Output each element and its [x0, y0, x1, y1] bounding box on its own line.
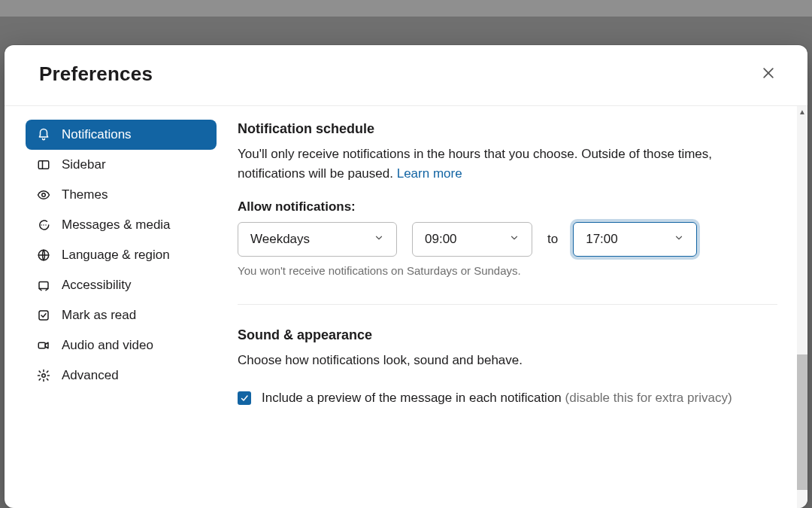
preferences-modal: Preferences Notifications: [5, 45, 807, 508]
schedule-description: You'll only receive notifications in the…: [238, 144, 777, 184]
sidebar-item-mark-as-read[interactable]: Mark as read: [26, 300, 217, 330]
days-select[interactable]: Weekdays: [238, 222, 397, 257]
sound-title: Sound & appearance: [238, 327, 777, 343]
sidebar: Notifications Sidebar Themes: [5, 106, 230, 508]
sidebar-item-label: Mark as read: [62, 308, 136, 323]
content-wrap: Notification schedule You'll only receiv…: [230, 106, 807, 508]
close-button[interactable]: [755, 60, 782, 87]
check-square-icon: [36, 308, 51, 323]
sidebar-item-label: Accessibility: [62, 278, 132, 293]
svg-rect-2: [38, 161, 49, 169]
end-time-value: 17:00: [586, 232, 618, 247]
globe-icon: [36, 248, 51, 263]
sidebar-item-audio-video[interactable]: Audio and video: [26, 330, 217, 360]
svg-rect-8: [38, 342, 45, 348]
scrollbar-track[interactable]: ▲: [797, 106, 807, 508]
eye-icon: [36, 187, 51, 202]
preview-label-text: Include a preview of the message in each…: [262, 391, 565, 405]
close-icon: [761, 65, 776, 83]
days-select-value: Weekdays: [250, 232, 310, 247]
start-time-value: 09:00: [425, 232, 457, 247]
accessibility-icon: [36, 278, 51, 293]
scrollbar-thumb[interactable]: [797, 354, 807, 490]
scrollbar-up-arrow[interactable]: ▲: [797, 106, 807, 117]
svg-rect-6: [39, 282, 48, 289]
chat-icon: [36, 217, 51, 233]
panel-icon: [36, 157, 51, 172]
end-time-select[interactable]: 17:00: [573, 222, 697, 257]
schedule-description-text: You'll only receive notifications in the…: [238, 147, 712, 181]
allow-notifications-label: Allow notifications:: [238, 199, 777, 214]
to-label: to: [547, 232, 558, 247]
modal-header: Preferences: [5, 45, 807, 106]
gear-icon: [36, 368, 51, 383]
sidebar-item-label: Sidebar: [62, 157, 106, 172]
start-time-select[interactable]: 09:00: [412, 222, 532, 257]
bell-icon: [36, 127, 51, 142]
modal-body: Notifications Sidebar Themes: [5, 106, 807, 508]
sidebar-item-label: Language & region: [62, 248, 170, 263]
sidebar-item-accessibility[interactable]: Accessibility: [26, 270, 217, 300]
preview-label-hint: (disable this for extra privacy): [565, 391, 732, 405]
camera-icon: [36, 338, 51, 353]
divider: [238, 304, 777, 305]
preview-checkbox[interactable]: [238, 391, 251, 405]
chevron-down-icon: [374, 232, 384, 247]
sidebar-item-label: Notifications: [62, 127, 132, 142]
sidebar-item-messages-media[interactable]: Messages & media: [26, 210, 217, 240]
sidebar-item-advanced[interactable]: Advanced: [26, 360, 217, 391]
sidebar-item-label: Messages & media: [62, 217, 171, 233]
sidebar-item-language-region[interactable]: Language & region: [26, 240, 217, 270]
sound-description: Choose how notifications look, sound and…: [238, 351, 777, 370]
sidebar-item-label: Themes: [62, 187, 108, 202]
svg-point-4: [42, 193, 46, 197]
sidebar-item-sidebar[interactable]: Sidebar: [26, 150, 217, 180]
preview-label[interactable]: Include a preview of the message in each…: [262, 388, 732, 408]
weekday-note: You won't receive notifications on Satur…: [238, 264, 777, 277]
overlay: Preferences Notifications: [0, 0, 812, 508]
sidebar-item-notifications[interactable]: Notifications: [26, 120, 217, 150]
modal-title: Preferences: [39, 62, 153, 86]
schedule-title: Notification schedule: [238, 121, 777, 137]
content-scroll[interactable]: Notification schedule You'll only receiv…: [230, 106, 807, 508]
sidebar-item-label: Audio and video: [62, 338, 153, 353]
chevron-down-icon: [509, 232, 520, 247]
preview-checkbox-row: Include a preview of the message in each…: [238, 388, 777, 408]
learn-more-link[interactable]: Learn more: [397, 166, 462, 181]
svg-point-9: [42, 374, 46, 378]
sidebar-item-label: Advanced: [62, 368, 119, 383]
svg-rect-7: [39, 311, 48, 320]
sidebar-item-themes[interactable]: Themes: [26, 180, 217, 210]
schedule-row: Weekdays 09:00 to: [238, 222, 777, 257]
chevron-down-icon: [674, 232, 684, 247]
